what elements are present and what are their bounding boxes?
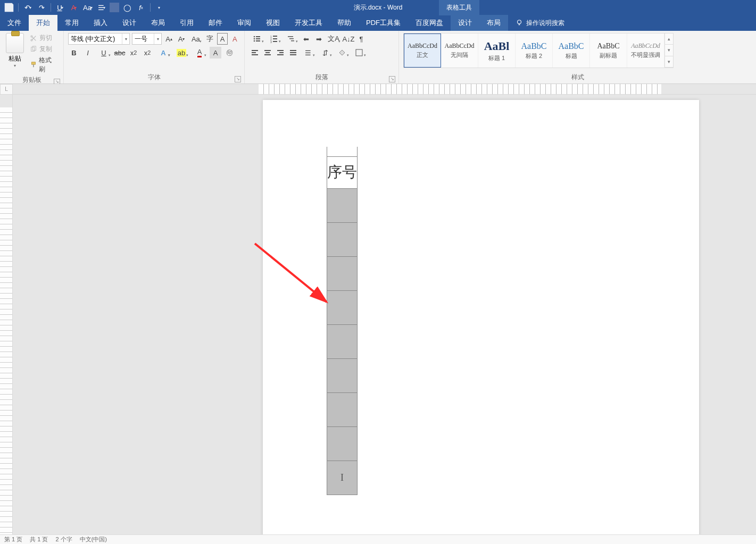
table-row[interactable] bbox=[327, 426, 358, 461]
table-row[interactable] bbox=[327, 222, 358, 256]
font-launcher[interactable]: ↘ bbox=[235, 76, 241, 82]
tab-design[interactable]: 设计 bbox=[115, 15, 144, 31]
tell-me-search[interactable]: 操作说明搜索 bbox=[508, 15, 572, 31]
tab-table-design[interactable]: 设计 bbox=[451, 15, 479, 31]
format-painter-button[interactable]: 格式刷 bbox=[29, 55, 59, 74]
style-subtitle[interactable]: AaBbC副标题 bbox=[590, 34, 627, 68]
shading-button[interactable] bbox=[334, 47, 350, 58]
gallery-more[interactable]: ▾ bbox=[665, 56, 673, 68]
bullets-button[interactable] bbox=[249, 33, 265, 45]
chevron-down-icon[interactable]: ▾ bbox=[154, 34, 161, 44]
line-spacing-button[interactable]: ⇵ bbox=[317, 47, 333, 58]
style-subtle-emphasis[interactable]: AaBbCcDd不明显强调 bbox=[627, 34, 664, 68]
font-size-input[interactable] bbox=[132, 34, 154, 44]
table-row[interactable] bbox=[327, 188, 358, 222]
chevron-down-icon[interactable]: ▾ bbox=[122, 34, 129, 44]
qat-customize-button[interactable]: ▾ bbox=[154, 2, 165, 13]
table-row[interactable] bbox=[327, 358, 358, 392]
tab-mailings[interactable]: 邮件 bbox=[201, 15, 230, 31]
table-header-cell[interactable]: 序号 bbox=[327, 156, 358, 188]
font-color-button[interactable]: A bbox=[192, 47, 207, 58]
qat-formula-button[interactable]: fx bbox=[135, 2, 147, 13]
tab-review[interactable]: 审阅 bbox=[230, 15, 259, 31]
qat-underline-button[interactable]: U▾ bbox=[54, 2, 66, 13]
align-left-button[interactable] bbox=[249, 47, 261, 58]
phonetic-guide-button[interactable]: 字 bbox=[205, 33, 215, 45]
cut-button[interactable]: 剪切 bbox=[29, 33, 59, 43]
italic-button[interactable]: I bbox=[82, 47, 94, 58]
align-justify-button[interactable] bbox=[287, 47, 299, 58]
sort-button[interactable]: A↓Z bbox=[343, 33, 354, 45]
indent-inc-button[interactable]: ➡ bbox=[313, 33, 325, 45]
page[interactable]: 序号 I bbox=[263, 100, 699, 534]
qat-change-case-button[interactable]: Aa▾ bbox=[82, 2, 94, 13]
tab-baidu[interactable]: 百度网盘 bbox=[408, 15, 451, 31]
undo-button[interactable]: ↶▾ bbox=[22, 2, 34, 13]
align-center-button[interactable] bbox=[262, 47, 273, 58]
style-heading1[interactable]: AaBl标题 1 bbox=[478, 34, 516, 68]
ruler-corner[interactable]: L bbox=[0, 84, 13, 95]
tab-table-layout[interactable]: 布局 bbox=[479, 15, 508, 31]
qat-shape-button[interactable]: ◯ bbox=[121, 2, 133, 13]
tab-help[interactable]: 帮助 bbox=[330, 15, 359, 31]
qat-shading-button[interactable] bbox=[110, 3, 119, 12]
indent-dec-button[interactable]: ⬅ bbox=[300, 33, 312, 45]
clear-format-button[interactable]: A bbox=[230, 33, 240, 45]
table-row[interactable] bbox=[327, 256, 358, 290]
superscript-button[interactable]: x2 bbox=[142, 47, 153, 58]
shrink-font-button[interactable]: A▾ bbox=[176, 33, 186, 45]
gallery-down[interactable]: ▾ bbox=[665, 45, 673, 56]
subscript-button[interactable]: x2 bbox=[128, 47, 139, 58]
enclose-char-button[interactable]: ㊞ bbox=[223, 47, 235, 58]
status-total[interactable]: 共 1 页 bbox=[30, 535, 48, 543]
tab-common[interactable]: 常用 bbox=[57, 15, 86, 31]
text-effects-button[interactable]: A bbox=[155, 47, 171, 58]
tab-pdf[interactable]: PDF工具集 bbox=[359, 15, 408, 31]
table-row[interactable] bbox=[327, 290, 358, 324]
copy-button[interactable]: 复制 bbox=[29, 44, 59, 54]
highlight-button[interactable]: ab bbox=[173, 47, 189, 58]
qat-list-button[interactable]: ☰▾ bbox=[96, 2, 107, 13]
change-case-button[interactable]: Aa bbox=[189, 33, 203, 45]
align-distribute-button[interactable]: ☰ bbox=[300, 47, 316, 58]
style-title[interactable]: AaBbC标题 bbox=[553, 34, 590, 68]
status-lang[interactable]: 中文(中国) bbox=[80, 535, 107, 543]
show-marks-button[interactable]: ¶ bbox=[355, 33, 367, 45]
align-right-button[interactable] bbox=[275, 47, 286, 58]
style-normal[interactable]: AaBbCcDd正文 bbox=[404, 34, 441, 68]
gallery-up[interactable]: ▴ bbox=[665, 34, 673, 45]
underline-button[interactable]: U bbox=[96, 47, 112, 58]
bold-button[interactable]: B bbox=[68, 47, 80, 58]
grow-font-button[interactable]: A▴ bbox=[164, 33, 174, 45]
font-name-input[interactable] bbox=[69, 34, 122, 44]
font-name-combo[interactable]: ▾ bbox=[68, 33, 130, 45]
tab-insert[interactable]: 插入 bbox=[86, 15, 115, 31]
borders-button[interactable] bbox=[351, 47, 367, 58]
multilevel-button[interactable] bbox=[283, 33, 299, 45]
font-size-combo[interactable]: ▾ bbox=[132, 33, 162, 45]
horizontal-ruler[interactable] bbox=[13, 84, 756, 95]
tab-references[interactable]: 引用 bbox=[172, 15, 201, 31]
tab-view[interactable]: 视图 bbox=[259, 15, 287, 31]
text-direction-button[interactable]: 文A bbox=[326, 33, 342, 45]
table-row[interactable] bbox=[327, 392, 358, 426]
numbering-button[interactable]: 123 bbox=[266, 33, 282, 45]
char-shading-button[interactable]: A bbox=[210, 47, 221, 58]
status-words[interactable]: 2 个字 bbox=[55, 535, 72, 543]
style-no-spacing[interactable]: AaBbCcDd无间隔 bbox=[441, 34, 478, 68]
table-row[interactable] bbox=[327, 324, 358, 358]
qat-font-color-button[interactable]: A▾ bbox=[68, 2, 80, 13]
tab-home[interactable]: 开始 bbox=[29, 15, 57, 31]
strike-button[interactable]: abc bbox=[114, 47, 126, 58]
paste-button[interactable]: 粘贴 ▾ bbox=[4, 33, 26, 68]
document-canvas[interactable]: 序号 I bbox=[13, 95, 756, 534]
redo-button[interactable]: ↷ bbox=[36, 2, 47, 13]
char-border-button[interactable]: A bbox=[217, 33, 227, 45]
tab-file[interactable]: 文件 bbox=[0, 15, 29, 31]
table-row[interactable]: I bbox=[327, 461, 358, 495]
tab-layout[interactable]: 布局 bbox=[144, 15, 172, 31]
paragraph-launcher[interactable]: ↘ bbox=[389, 76, 395, 82]
status-page[interactable]: 第 1 页 bbox=[4, 535, 22, 543]
tab-developer[interactable]: 开发工具 bbox=[287, 15, 330, 31]
vertical-ruler[interactable] bbox=[0, 95, 13, 534]
